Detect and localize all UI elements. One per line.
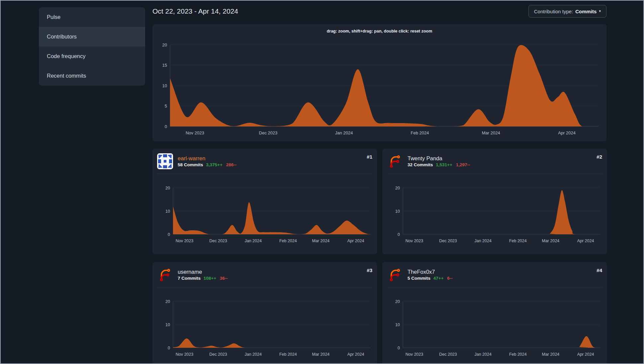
contributor-info: Twenty Panda 32 Commits 1,531++ 1,297-- bbox=[408, 155, 592, 168]
svg-text:0: 0 bbox=[398, 346, 400, 350]
svg-text:Apr 2024: Apr 2024 bbox=[558, 130, 576, 135]
svg-text:Apr 2024: Apr 2024 bbox=[347, 352, 364, 357]
contributor-info: username 7 Commits 108++ 36-- bbox=[178, 268, 362, 281]
svg-text:Jan 2024: Jan 2024 bbox=[474, 239, 491, 243]
contributor-card-header: Twenty Panda 32 Commits 1,531++ 1,297-- … bbox=[387, 149, 602, 174]
svg-text:Nov 2023: Nov 2023 bbox=[186, 130, 204, 135]
contributor-name[interactable]: earl-warren bbox=[178, 155, 362, 162]
svg-text:0: 0 bbox=[168, 232, 170, 237]
contribution-type-value: Commits bbox=[575, 9, 597, 14]
additions-count: 108++ bbox=[204, 276, 216, 281]
additions-count: 1,531++ bbox=[436, 162, 452, 167]
contributor-card: username 7 Commits 108++ 36-- #3 01020No… bbox=[152, 262, 377, 364]
svg-text:5: 5 bbox=[165, 104, 167, 109]
contributor-card: TheFox0x7 5 Commits 47++ 6-- #4 01020Nov… bbox=[382, 262, 607, 364]
rank-badge: #2 bbox=[597, 154, 602, 160]
repo-activity-sidebar: PulseContributorsCode frequencyRecent co… bbox=[39, 7, 145, 86]
contributor-card: Twenty Panda 32 Commits 1,531++ 1,297-- … bbox=[382, 149, 607, 254]
contribution-type-dropdown[interactable]: Contribution type: Commits ▾ bbox=[528, 5, 606, 18]
svg-text:Feb 2024: Feb 2024 bbox=[509, 352, 527, 357]
deletions-count: 6-- bbox=[447, 276, 453, 281]
contributors-page: Oct 22, 2023 - Apr 14, 2024 Contribution… bbox=[152, 1, 606, 364]
svg-text:10: 10 bbox=[165, 323, 170, 327]
svg-text:Jan 2024: Jan 2024 bbox=[474, 352, 491, 357]
svg-text:20: 20 bbox=[395, 186, 400, 190]
main-activity-chart[interactable]: 05101520Nov 2023Dec 2023Jan 2024Feb 2024… bbox=[157, 38, 602, 143]
commit-count: 5 Commits bbox=[408, 276, 430, 281]
rank-badge: #3 bbox=[367, 267, 372, 273]
svg-text:Jan 2024: Jan 2024 bbox=[244, 239, 261, 243]
svg-text:20: 20 bbox=[162, 42, 167, 47]
contributor-avatar bbox=[387, 153, 403, 169]
svg-text:Feb 2024: Feb 2024 bbox=[279, 352, 297, 357]
contributor-cards-grid: earl-warren 58 Commits 3,375++ 286-- #1 … bbox=[152, 149, 606, 364]
rank-badge: #1 bbox=[367, 154, 372, 160]
contributor-stats: 58 Commits 3,375++ 286-- bbox=[178, 162, 362, 167]
svg-text:Nov 2023: Nov 2023 bbox=[406, 239, 423, 243]
contributor-card-header: TheFox0x7 5 Commits 47++ 6-- #4 bbox=[387, 262, 602, 287]
contributor-name: TheFox0x7 bbox=[408, 268, 592, 275]
additions-count: 47++ bbox=[433, 276, 444, 281]
svg-text:Mar 2024: Mar 2024 bbox=[542, 239, 559, 243]
svg-text:Nov 2023: Nov 2023 bbox=[406, 352, 423, 357]
contributor-info: earl-warren 58 Commits 3,375++ 286-- bbox=[178, 155, 362, 168]
deletions-count: 36-- bbox=[220, 276, 228, 281]
svg-text:Feb 2024: Feb 2024 bbox=[509, 239, 527, 243]
contributor-avatar bbox=[387, 267, 403, 283]
rank-badge: #4 bbox=[597, 267, 602, 273]
svg-text:0: 0 bbox=[168, 346, 170, 350]
contributor-card-header: earl-warren 58 Commits 3,375++ 286-- #1 bbox=[157, 149, 372, 174]
additions-count: 3,375++ bbox=[206, 162, 223, 167]
sidebar-item-recent-commits[interactable]: Recent commits bbox=[39, 66, 145, 86]
svg-text:Apr 2024: Apr 2024 bbox=[347, 239, 364, 243]
contributor-activity-chart[interactable]: 01020Nov 2023Dec 2023Jan 2024Feb 2024Mar… bbox=[157, 177, 372, 252]
commit-count: 32 Commits bbox=[408, 162, 433, 167]
svg-text:10: 10 bbox=[395, 209, 400, 214]
svg-text:10: 10 bbox=[165, 209, 170, 214]
svg-text:Feb 2024: Feb 2024 bbox=[279, 239, 297, 243]
sidebar-item-pulse[interactable]: Pulse bbox=[39, 7, 145, 27]
date-range-title: Oct 22, 2023 - Apr 14, 2024 bbox=[152, 7, 238, 15]
contributor-name: Twenty Panda bbox=[408, 155, 592, 162]
svg-text:20: 20 bbox=[165, 299, 170, 304]
contributor-activity-chart[interactable]: 01020Nov 2023Dec 2023Jan 2024Feb 2024Mar… bbox=[387, 290, 602, 364]
svg-text:Mar 2024: Mar 2024 bbox=[312, 239, 329, 243]
svg-text:Apr 2024: Apr 2024 bbox=[577, 352, 594, 357]
sidebar-item-contributors[interactable]: Contributors bbox=[39, 27, 145, 46]
svg-text:Dec 2023: Dec 2023 bbox=[259, 130, 278, 135]
svg-text:Mar 2024: Mar 2024 bbox=[312, 352, 329, 357]
chart-zoom-hint: drag: zoom, shift+drag: pan, double clic… bbox=[157, 28, 602, 38]
contributor-info: TheFox0x7 5 Commits 47++ 6-- bbox=[408, 268, 592, 281]
svg-text:Jan 2024: Jan 2024 bbox=[335, 130, 353, 135]
svg-text:Dec 2023: Dec 2023 bbox=[439, 239, 457, 243]
contributor-avatar bbox=[157, 153, 173, 169]
commit-count: 7 Commits bbox=[178, 276, 201, 281]
svg-text:Dec 2023: Dec 2023 bbox=[439, 352, 457, 357]
contributor-card-header: username 7 Commits 108++ 36-- #3 bbox=[157, 262, 372, 287]
sidebar-item-code-frequency[interactable]: Code frequency bbox=[39, 46, 145, 66]
contribution-type-label: Contribution type: bbox=[534, 9, 573, 14]
deletions-count: 286-- bbox=[226, 162, 237, 167]
contributor-stats: 7 Commits 108++ 36-- bbox=[178, 276, 362, 281]
contributor-activity-chart[interactable]: 01020Nov 2023Dec 2023Jan 2024Feb 2024Mar… bbox=[157, 290, 372, 364]
svg-text:Mar 2024: Mar 2024 bbox=[542, 352, 559, 357]
svg-text:10: 10 bbox=[395, 323, 400, 327]
svg-text:20: 20 bbox=[395, 299, 400, 304]
contributor-stats: 32 Commits 1,531++ 1,297-- bbox=[408, 162, 592, 167]
svg-text:Nov 2023: Nov 2023 bbox=[176, 239, 194, 243]
deletions-count: 1,297-- bbox=[456, 162, 470, 167]
svg-text:Mar 2024: Mar 2024 bbox=[482, 130, 500, 135]
contributor-card: earl-warren 58 Commits 3,375++ 286-- #1 … bbox=[152, 149, 377, 254]
svg-text:10: 10 bbox=[162, 83, 167, 88]
page-header: Oct 22, 2023 - Apr 14, 2024 Contribution… bbox=[152, 4, 606, 19]
svg-text:Dec 2023: Dec 2023 bbox=[209, 352, 227, 357]
svg-text:20: 20 bbox=[165, 186, 170, 190]
svg-text:0: 0 bbox=[165, 124, 167, 129]
contributor-name: username bbox=[178, 268, 362, 275]
contributor-activity-chart[interactable]: 01020Nov 2023Dec 2023Jan 2024Feb 2024Mar… bbox=[387, 177, 602, 252]
chevron-down-icon: ▾ bbox=[599, 9, 601, 13]
svg-text:0: 0 bbox=[398, 232, 400, 237]
contributor-stats: 5 Commits 47++ 6-- bbox=[408, 276, 592, 281]
svg-text:Nov 2023: Nov 2023 bbox=[176, 352, 194, 357]
svg-text:Feb 2024: Feb 2024 bbox=[411, 130, 429, 135]
